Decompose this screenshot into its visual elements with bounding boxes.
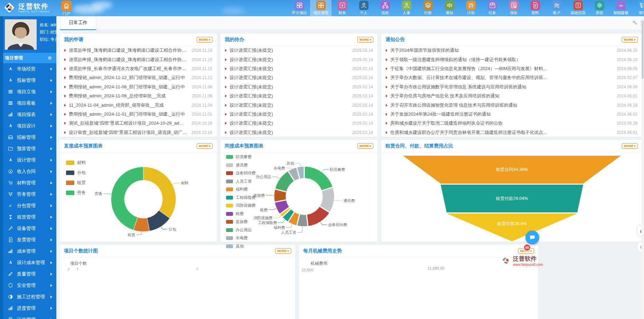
- funnel-stage-2[interactable]: [447, 213, 577, 241]
- nav-item-hr[interactable]: 人事: [396, 0, 417, 16]
- sidebar-item-cost-management[interactable]: 成本管理: [0, 245, 56, 257]
- sidebar-item-subcontract-management[interactable]: x²分包管理: [0, 200, 56, 211]
- sidebar-item-project-initiation[interactable]: 项目立项: [0, 86, 56, 97]
- chat-badge[interactable]: 45: [523, 244, 531, 251]
- list-item[interactable]: 房和城乡建设厅关于取消二级建造师临时执业证书的公告2023.08.29: [381, 119, 642, 128]
- legend-item[interactable]: 劳务: [66, 190, 86, 196]
- watermark[interactable]: 泛普软件 www.fanpusoft.com: [501, 255, 543, 267]
- list-item[interactable]: 进度款申报_珠海鹤港口建设_珠海鹤港口建设工程合作协议书_admin_...20…: [60, 55, 217, 64]
- list-item[interactable]: 进度款申报_长春市伊通河水力发电厂改建工程_长春市伊通河水力发电...2024.…: [60, 64, 217, 73]
- pie-slice-0[interactable]: [304, 166, 333, 191]
- nav-item-report[interactable]: 报告: [503, 0, 524, 16]
- sidebar-item-certificate-management[interactable]: 证件管理: [0, 314, 56, 319]
- nav-item-personal[interactable]: 个人: [353, 0, 374, 16]
- nav-item-client-projects[interactable]: 甲方项目: [289, 0, 310, 16]
- tab-daily-work[interactable]: 日常工作: [60, 16, 96, 30]
- list-item[interactable]: 关于领取一级注册建造师增项贴的通知（须持一建证书前来领取）2024.06.10: [381, 55, 642, 64]
- legend-item[interactable]: 工程保险费: [226, 195, 256, 200]
- more-button[interactable]: MORE: [622, 37, 638, 42]
- more-button[interactable]: MORE: [197, 143, 213, 149]
- sidebar-item-progress-management[interactable]: 进度管理: [0, 302, 56, 314]
- list-item[interactable]: 关于举办市政公用设施数字化管理信息 系统建设与应用培训班的通知2024.06.0…: [381, 83, 642, 91]
- sidebar-item-invoice-management[interactable]: 发票管理: [0, 234, 56, 245]
- list-item[interactable]: 住房和城乡建设部办公厅关于同意吉林省开展二级建造师注册证书电子化试点...202…: [381, 128, 642, 137]
- gear-icon[interactable]: [47, 56, 52, 60]
- legend-item[interactable]: 分包: [66, 170, 86, 176]
- list-item[interactable]: 设计审查_彭祖新城“四馆”景观工程设计项目_请选择_胡广生_2024-10-2.…: [60, 128, 217, 137]
- legend-item[interactable]: 福利费: [226, 187, 256, 192]
- sidebar-item-market-operation[interactable]: A市场经营: [0, 63, 56, 75]
- list-item[interactable]: 关于2024年国庆节放假安排的通知2024.06.15: [381, 46, 642, 55]
- nav-item-finance[interactable]: ¥财务: [332, 0, 353, 16]
- nav-item-plan[interactable]: 计划: [460, 0, 482, 16]
- list-item[interactable]: 设计进度汇报(未提交)2025.02.14: [221, 100, 377, 109]
- nav-item-smart-modeling[interactable]: </>智能建模: [610, 0, 632, 16]
- list-item[interactable]: 关于召开市政公用设施智慧化管理 信息技术与应用培训班的通知2024.06.19: [381, 100, 642, 109]
- legend-item[interactable]: 差旅费: [226, 219, 256, 224]
- list-item[interactable]: 于征集《中国建筑施工行业信息化发展报告（2024）—BIM应用与发展》材料...…: [381, 64, 642, 73]
- sidebar-item-construction-process[interactable]: 施工过程管理: [0, 291, 56, 302]
- legend-item[interactable]: 消防设施费: [226, 203, 256, 208]
- nav-item-portal[interactable]: 门户: [58, 1, 75, 16]
- list-item[interactable]: 设计进度汇报(未提交)2025.02.14: [221, 110, 377, 119]
- sidebar-section-project-management[interactable]: 项目管理: [0, 53, 56, 63]
- sidebar-item-budget-management[interactable]: 预算管理: [0, 143, 56, 154]
- sidebar-item-design-cost-management[interactable]: A设计成本管理: [0, 257, 56, 268]
- nav-item-customer[interactable]: 客户: [546, 0, 567, 16]
- nav-item-document[interactable]: 资料: [524, 0, 546, 16]
- sidebar-item-labor-management[interactable]: 劳务管理: [0, 188, 56, 200]
- list-item[interactable]: 设计进度汇报(未提交)2025.02.14: [221, 46, 377, 55]
- list-item[interactable]: 关于举办大数据、云计算技术在城市建设、规划、管理与服务中的应用培训班...202…: [381, 73, 642, 82]
- more-button[interactable]: MORE: [197, 37, 213, 42]
- list-item[interactable]: 关于发放2024年第24批一级建造师注册证书的通知2024.06.01: [381, 110, 642, 119]
- more-button[interactable]: MORE: [622, 143, 638, 149]
- key-icon[interactable]: [632, 20, 638, 26]
- list-item[interactable]: 费用报销_admin_2024-11-06_总经理审批__完成2024.11.0…: [60, 91, 217, 100]
- nav-item-project-management[interactable]: 项目管理: [310, 0, 332, 16]
- legend-item[interactable]: 其他: [226, 244, 256, 249]
- sidebar-item-income-contract[interactable]: $收入合同: [0, 166, 56, 177]
- legend-item[interactable]: 办公用品: [226, 228, 256, 233]
- list-item[interactable]: 测试_彭祖新城“四馆”景观工程设计项目_2024-10-29_admin_结束_…: [60, 119, 217, 128]
- legend-item[interactable]: 通讯费: [226, 163, 256, 168]
- list-item[interactable]: 费用报销_admin_2024-11-06_部门经理审批_胡建,_运行中2024…: [60, 83, 217, 91]
- legend-item[interactable]: 水电费: [226, 235, 256, 241]
- nav-item-base-info[interactable]: ¥基础信息: [567, 0, 589, 16]
- sidebar-item-design-management[interactable]: A设计管理: [0, 154, 56, 166]
- legend-item[interactable]: 职员餐费: [226, 154, 256, 160]
- list-item[interactable]: 11_2024-11-04_admin_经营部_领导审批__完成2024.11.…: [60, 100, 217, 109]
- nav-item-administration[interactable]: 行政: [417, 0, 439, 16]
- pie-slice-0[interactable]: [143, 167, 176, 218]
- list-item[interactable]: 费用报销_admin_2024-11-01_部门经理审批_胡建,_运行中2024…: [60, 110, 217, 119]
- list-item[interactable]: 设计进度汇报(未提交)2025.02.14: [221, 91, 377, 100]
- list-item[interactable]: 进度款申报_珠海鹤港口建设_珠海鹤港口建设工程合作协议书_admin_...20…: [60, 46, 217, 55]
- list-item[interactable]: 关于举办住房与房地产信息化 技术及应用培训班的通知2024.06.01: [381, 91, 642, 100]
- list-item[interactable]: 设计进度汇报(未提交)2025.02.14: [221, 55, 377, 64]
- sidebar-item-quality-management[interactable]: 质量管理: [0, 268, 56, 280]
- nav-item-notice[interactable]: 通知: [439, 0, 460, 16]
- more-button[interactable]: MORE: [275, 248, 291, 254]
- list-item[interactable]: 设计进度汇报(未提交)2025.02.14: [221, 128, 377, 137]
- scrollbar-thumb[interactable]: [642, 20, 644, 79]
- list-item[interactable]: 设计进度汇报(未提交)2025.02.14: [221, 73, 377, 82]
- sidebar-item-safety-management[interactable]: 安全管理: [0, 280, 56, 291]
- sidebar-item-material-management[interactable]: 材料管理: [0, 177, 56, 188]
- list-item[interactable]: 费用报销_admin_2024-11-12_部门经理审批_胡建,_运行中2024…: [60, 73, 217, 82]
- nav-item-workflow[interactable]: 流程: [374, 0, 396, 16]
- more-button[interactable]: MORE: [357, 37, 373, 42]
- nav-item-management[interactable]: 管理: [632, 0, 644, 16]
- more-button[interactable]: MORE: [357, 143, 373, 149]
- sidebar-item-lease-management[interactable]: 租赁管理: [0, 211, 56, 223]
- sidebar-item-project-report[interactable]: 项目报表: [0, 109, 56, 120]
- nav-item-task[interactable]: 任务: [482, 0, 503, 16]
- nav-item-system[interactable]: 系统: [589, 0, 610, 16]
- sidebar-item-equipment-management[interactable]: 设备管理: [0, 223, 56, 234]
- list-item[interactable]: 设计进度汇报(未提交)2025.02.14: [221, 64, 377, 73]
- legend-item[interactable]: 租赁: [66, 180, 86, 186]
- legend-item[interactable]: 人员工资: [226, 179, 256, 184]
- legend-item[interactable]: 业务招待费: [226, 171, 256, 176]
- chat-fab-button[interactable]: [525, 231, 539, 244]
- sidebar-item-project-board[interactable]: 项目看板: [0, 97, 56, 109]
- sidebar-item-project-design[interactable]: A项目设计: [0, 120, 56, 132]
- list-item[interactable]: 设计进度汇报(未提交)2025.02.14: [221, 83, 377, 91]
